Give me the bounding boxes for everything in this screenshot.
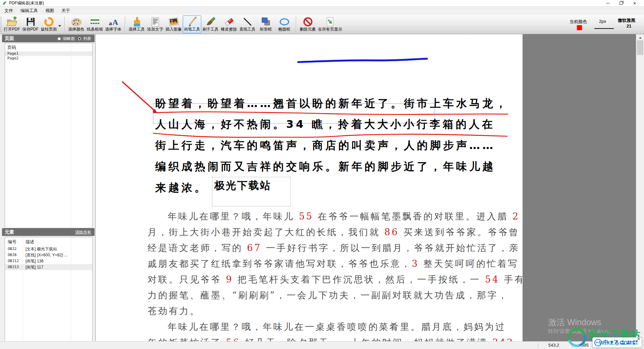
line-width-value: 2px: [599, 19, 606, 24]
tool-choose-color[interactable]: 选择颜色: [67, 15, 86, 33]
element-row[interactable]: OBJ8[直线] {X=600, Y=82} ...: [5, 252, 92, 258]
tool-insert-image[interactable]: 插入图像: [164, 15, 183, 33]
element-id: OBJ8: [8, 252, 17, 258]
pages-list-divider: [71, 43, 71, 228]
tool-eraser-tool[interactable]: 橡皮擦除: [220, 15, 238, 33]
tool-open-pdf[interactable]: 打开PDF: [3, 15, 21, 33]
pdf-page[interactable]: 极光下载站 盼望着，盼望着……翘首以盼的新年近了。街市上车水马龙，人山人海，好不…: [96, 34, 523, 342]
tool-delete-element[interactable]: 删除元素: [299, 15, 317, 33]
toolbar-separator: [64, 16, 65, 32]
tool-ellipse-tool[interactable]: 椭圆框: [275, 15, 293, 33]
elements-rows: OBJ2[文本] 极光下载站OBJ8[直线] {X=600, Y=82} ...…: [5, 246, 92, 270]
doc-serif-line: 戚朋友都买了红纸拿到爷爷家请他写对联，爷爷也乐意，3 整天笑呵呵的忙着写: [148, 258, 519, 270]
arrow-up-icon: [639, 36, 642, 39]
save-pdf-icon: [25, 16, 36, 27]
status-bar: 543,2 595: [0, 341, 644, 349]
text-segment: 年味儿在哪里？哦，年味儿: [168, 211, 299, 221]
restore-button[interactable]: [614, 0, 628, 6]
element-id: OBJ2: [8, 246, 17, 252]
tool-label: 直线工具: [239, 27, 256, 32]
menu-bar: 文件编辑工具视图关于: [0, 7, 644, 15]
elements-col-desc: 描述: [25, 239, 34, 245]
minimize-button[interactable]: [601, 0, 614, 6]
text-segment: 苍劲有力。: [148, 306, 201, 316]
menu-item-3[interactable]: 关于: [58, 7, 74, 15]
doc-bold-line: 街上行走，汽车的鸣笛声，商店的叫卖声，人的脚步声……: [155, 138, 495, 153]
close-icon: ✕: [633, 1, 636, 5]
doc-serif-line: 力的握笔、蘸墨、“刷刷刷”，一会儿下功夫，一副副对联就大功告成，那字，: [148, 289, 508, 301]
tool-show-all-pages[interactable]: 在所有页显示: [317, 15, 343, 33]
svg-text:A: A: [112, 18, 118, 27]
restore-icon: [620, 2, 623, 5]
tool-save-pdf[interactable]: 保存PDF: [21, 15, 40, 33]
page-row[interactable]: Page2: [5, 56, 92, 61]
pages-view-radios: 缩略图列表: [57, 36, 93, 42]
text-segment: 整天笑呵呵的忙着写: [419, 258, 519, 269]
menu-item-0[interactable]: 文件: [1, 7, 17, 15]
element-description: [直线] {X=600, Y=82} ...: [25, 252, 67, 258]
red-number: 54: [485, 274, 499, 285]
tool-brush-tool[interactable]: 刷子工具: [201, 15, 220, 33]
current-color-swatch[interactable]: [577, 25, 582, 30]
element-row[interactable]: OBJ12[画笔] 136: [5, 258, 92, 264]
cursor-position: 543,2: [543, 343, 565, 348]
doc-bold-line: 人山人海，好不热闹。34 瞧，拎着大大小小行李箱的人在: [155, 117, 495, 132]
tool-rotate-page[interactable]: 旋转页面: [40, 15, 58, 33]
eraser-tool-icon: [224, 16, 234, 27]
line-tool-icon: [242, 16, 253, 27]
elements-list: 编号 描述 OBJ2[文本] 极光下载站OBJ8[直线] {X=600, Y=8…: [5, 237, 93, 342]
tool-line-width[interactable]: 线条粗细: [86, 15, 104, 33]
title-bar: PDF编辑器(未注册) ✕: [0, 0, 644, 7]
clear-all-link[interactable]: 清除所有: [75, 230, 91, 235]
sidebar: 页面 缩略图列表 页码 Page1Page2 元素 清除所有 编号 描述 OBJ…: [0, 34, 96, 342]
toolbar-tools: 打开PDF保存PDF旋转页面选择颜色线条粗细aA选择字体选择工具添加文字插入图像…: [3, 15, 343, 34]
app-window: { "window": {"title": "PDF编辑器(未注册)"}, "m…: [0, 0, 644, 349]
tool-label: 删除元素: [300, 27, 316, 32]
inserted-textbox[interactable]: 极光下载站: [212, 177, 291, 206]
tool-label: 打开PDF: [4, 27, 20, 32]
insert-image-icon: [168, 16, 179, 27]
tool-pencil-tool[interactable]: 画笔工具: [183, 15, 201, 33]
vertical-scrollbar[interactable]: [636, 34, 644, 342]
scroll-up-button[interactable]: [636, 34, 644, 40]
text-segment: 手有: [499, 274, 523, 285]
tool-rect-tool[interactable]: 矩形框: [257, 15, 275, 33]
radio-list-view[interactable]: [78, 37, 82, 41]
doc-serif-line: 苍劲有力。: [148, 305, 201, 317]
rotate-page-dropdown-arrow[interactable]: [58, 25, 61, 28]
page-row[interactable]: Page1: [5, 51, 92, 56]
tool-label: 选择颜色: [68, 27, 85, 32]
text-segment: 买来送到爷爷家。爷爷曾: [399, 227, 520, 237]
text-segment: 月，街上大街小巷开始卖起了大红的长纸，我们就: [148, 227, 384, 237]
tool-choose-font[interactable]: aA选择字体: [104, 15, 122, 33]
toolbar: 打开PDF保存PDF旋转页面选择颜色线条粗细aA选择字体选择工具添加文字插入图像…: [0, 15, 644, 34]
tool-add-text[interactable]: 添加文字: [146, 15, 164, 33]
doc-serif-line: 经是语文老师，写的 67 一手好行书字，所以一到腊月，爷爷就开始忙活了，亲: [148, 242, 520, 254]
doc-bold-line: 编织成热闹而又吉祥的交响乐。新年的脚步近了，年味儿越: [155, 159, 495, 174]
text-segment: 对联。只见爷爷: [148, 274, 226, 285]
element-description: [文本] 极光下载站: [25, 246, 57, 252]
doc-bold-line: 来越浓。: [155, 181, 208, 195]
scrollbar-thumb[interactable]: [637, 40, 643, 55]
main-area: 页面 缩略图列表 页码 Page1Page2 元素 清除所有 编号 描述 OBJ…: [0, 34, 644, 342]
tool-select-tool[interactable]: 选择工具: [127, 15, 146, 33]
element-id: OBJ12: [8, 258, 19, 264]
open-pdf-icon: [6, 16, 18, 27]
pages-list: 页码 Page1Page2: [5, 43, 93, 228]
status-separator: [538, 343, 538, 348]
element-description: [画笔] 136: [25, 258, 44, 264]
element-row[interactable]: OBJ2[文本] 极光下载站: [5, 246, 92, 252]
elements-panel-header: 元素 清除所有: [2, 228, 95, 236]
menu-item-1[interactable]: 编辑工具: [17, 7, 42, 15]
doc-serif-line: 年味儿在哪里？哦，年味儿 55 在爷爷一幅幅笔墨飘香的对联里。进入腊 2: [168, 210, 520, 222]
red-number: 86: [384, 227, 399, 237]
close-button[interactable]: ✕: [628, 0, 641, 6]
tool-line-tool[interactable]: 直线工具: [238, 15, 257, 33]
text-segment: 年味儿在哪里？哦，年味儿在一桌桌香喷喷的菜肴里。腊月底，妈妈为过: [168, 321, 506, 332]
red-underline-2: [153, 133, 507, 137]
menu-item-2[interactable]: 视图: [42, 7, 58, 15]
toolbar-separator: [125, 16, 125, 32]
radio-thumbnail-view[interactable]: [57, 37, 61, 41]
watermark-close-icon[interactable]: ✕: [637, 337, 640, 341]
element-row[interactable]: OBJ13[画笔] 117: [5, 264, 92, 270]
